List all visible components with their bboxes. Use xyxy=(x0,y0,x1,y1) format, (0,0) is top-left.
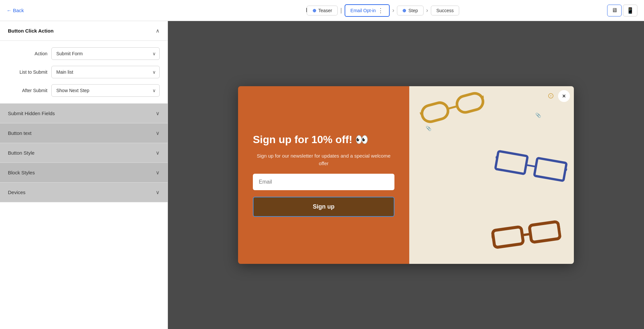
after-submit-label: After Submit xyxy=(8,88,47,93)
after-submit-select[interactable]: Show Next Step Close Popup Redirect to U… xyxy=(51,84,160,97)
back-button[interactable]: ← Back xyxy=(7,8,24,13)
devices-section[interactable]: Devices ∨ xyxy=(0,183,168,202)
list-select-wrapper: Main list Secondary list ∨ xyxy=(51,66,160,78)
svg-line-2 xyxy=(448,106,457,109)
teaser-step[interactable]: ⊕ Teaser xyxy=(307,6,338,15)
popup-modal: Sign up for 10% off! 👀 Sign up for our n… xyxy=(238,86,574,264)
svg-rect-0 xyxy=(420,101,450,124)
popup-subtext: Sign up for our newsletter for updates a… xyxy=(253,152,394,167)
success-step[interactable]: Success xyxy=(431,6,459,15)
action-select-wrapper: Submit Form Go to URL Close Popup Show N… xyxy=(51,47,160,60)
chevron-up-icon: ∧ xyxy=(156,28,160,34)
step-label: Step xyxy=(408,8,418,13)
block-styles-section[interactable]: Block Styles ∨ xyxy=(0,163,168,183)
email-optin-label: Email Opt-in xyxy=(350,8,376,13)
mobile-icon: 📱 xyxy=(627,7,634,14)
glasses-3 xyxy=(490,216,562,252)
svg-line-4 xyxy=(481,93,487,98)
devices-label: Devices xyxy=(8,190,25,195)
back-label: ← Back xyxy=(7,8,24,13)
svg-line-12 xyxy=(522,234,530,235)
button-text-label: Button text xyxy=(8,130,32,136)
block-styles-label: Block Styles xyxy=(8,170,35,175)
form-body: Action Submit Form Go to URL Close Popup… xyxy=(0,41,168,104)
glasses-2 xyxy=(493,146,569,185)
button-text-section[interactable]: Button text ∨ xyxy=(0,123,168,143)
popup-heading: Sign up for 10% off! 👀 xyxy=(253,133,394,146)
mobile-button[interactable]: 📱 xyxy=(623,5,637,16)
clip-2: 📎 xyxy=(426,126,431,131)
arrow-icon-1: | xyxy=(340,7,342,14)
device-buttons: 🖥 📱 xyxy=(607,5,637,16)
svg-rect-10 xyxy=(492,227,523,248)
step-step[interactable]: ⊕ Step xyxy=(397,6,423,15)
plus-icon: ⊕ xyxy=(312,8,316,13)
teaser-label: Teaser xyxy=(318,8,332,13)
glasses-1 xyxy=(417,86,487,127)
success-label: Success xyxy=(436,8,454,13)
right-panel: Sign up for 10% off! 👀 Sign up for our n… xyxy=(168,21,644,329)
clip-1: 📎 xyxy=(535,113,541,118)
dots-menu[interactable]: ⋮ xyxy=(378,7,384,14)
signup-label: Sign up xyxy=(313,203,335,210)
arrow-icon-2: › xyxy=(392,7,394,14)
left-panel: Button Click Action ∧ Action Submit Form… xyxy=(0,21,168,329)
block-styles-chevron-icon: ∨ xyxy=(156,169,160,176)
devices-chevron-icon: ∨ xyxy=(156,189,160,195)
desktop-button[interactable]: 🖥 xyxy=(607,5,622,16)
button-click-action-header[interactable]: Button Click Action ∧ xyxy=(0,21,168,41)
action-row: Action Submit Form Go to URL Close Popup… xyxy=(8,47,160,60)
button-click-action-title: Button Click Action xyxy=(8,28,54,34)
email-input[interactable] xyxy=(253,174,394,190)
button-style-section[interactable]: Button Style ∨ xyxy=(0,143,168,163)
submit-hidden-chevron-icon: ∨ xyxy=(156,110,160,116)
list-label: List to Submit xyxy=(8,69,47,75)
top-nav: ← Back Button ⊕ Teaser | Email Opt-in ⋮ … xyxy=(0,0,644,21)
arrow-icon-3: › xyxy=(426,7,428,14)
compass-decoration: ⊙ xyxy=(546,90,555,101)
list-row: List to Submit Main list Secondary list … xyxy=(8,66,160,78)
main-area: Button Click Action ∧ Action Submit Form… xyxy=(0,21,644,329)
button-text-chevron-icon: ∨ xyxy=(156,130,160,136)
email-optin-step[interactable]: Email Opt-in ⋮ xyxy=(344,4,389,17)
desktop-icon: 🖥 xyxy=(611,7,617,14)
close-icon: × xyxy=(562,93,566,100)
after-submit-select-wrapper: Show Next Step Close Popup Redirect to U… xyxy=(51,84,160,97)
svg-rect-5 xyxy=(495,151,527,174)
submit-hidden-fields-label: Submit Hidden Fields xyxy=(8,111,55,116)
after-submit-row: After Submit Show Next Step Close Popup … xyxy=(8,84,160,97)
button-style-label: Button Style xyxy=(8,150,35,156)
action-label: Action xyxy=(8,51,47,56)
plus-icon-2: ⊕ xyxy=(402,8,406,13)
submit-hidden-fields-section[interactable]: Submit Hidden Fields ∨ xyxy=(0,104,168,123)
signup-button[interactable]: Sign up xyxy=(253,197,394,217)
action-select[interactable]: Submit Form Go to URL Close Popup Show N… xyxy=(51,47,160,60)
button-style-chevron-icon: ∨ xyxy=(156,150,160,156)
svg-line-7 xyxy=(526,165,536,166)
popup-right: ⊙ 📎 📎 xyxy=(409,86,574,264)
svg-rect-11 xyxy=(529,221,560,242)
close-button[interactable]: × xyxy=(558,90,570,102)
svg-rect-1 xyxy=(455,91,485,114)
popup-left: Sign up for 10% off! 👀 Sign up for our n… xyxy=(238,86,409,264)
svg-rect-6 xyxy=(534,158,567,181)
list-select[interactable]: Main list Secondary list xyxy=(51,66,160,78)
nav-steps: ⊕ Teaser | Email Opt-in ⋮ › ⊕ Step › Suc… xyxy=(307,4,459,17)
